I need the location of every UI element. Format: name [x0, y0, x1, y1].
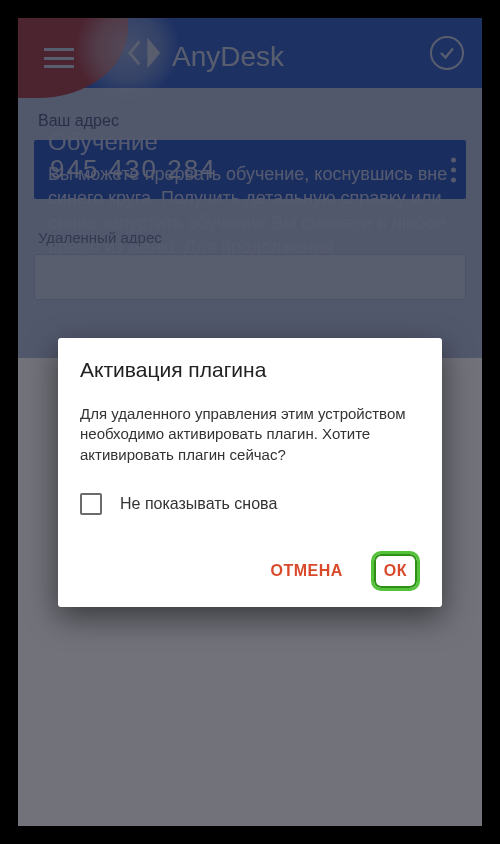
dialog-actions: ОТМЕНА ОК: [80, 551, 420, 591]
cancel-button[interactable]: ОТМЕНА: [262, 554, 350, 588]
dialog-body: Для удаленного управления этим устройств…: [80, 404, 420, 465]
ok-button[interactable]: ОК: [376, 556, 415, 586]
plugin-activation-dialog: Активация плагина Для удаленного управле…: [58, 338, 442, 607]
dialog-title: Активация плагина: [80, 358, 420, 382]
dont-show-again-row[interactable]: Не показывать снова: [80, 493, 420, 515]
checkbox-icon[interactable]: [80, 493, 102, 515]
device-frame: AnyDesk Ваш адрес 945 430 284 Удаленный …: [0, 0, 500, 844]
dont-show-again-label: Не показывать снова: [120, 495, 277, 513]
screen: AnyDesk Ваш адрес 945 430 284 Удаленный …: [18, 18, 482, 826]
ok-button-highlight: ОК: [371, 551, 420, 591]
